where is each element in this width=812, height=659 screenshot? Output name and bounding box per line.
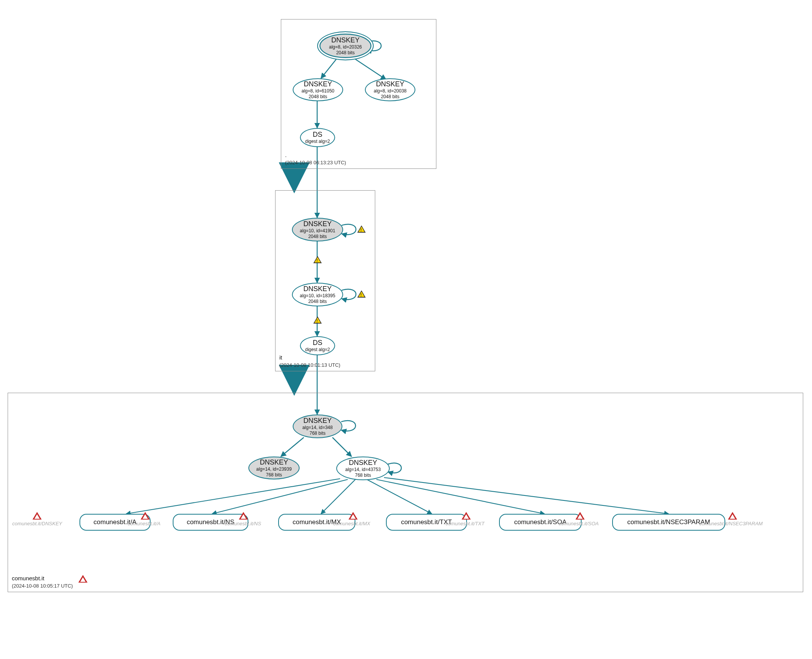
node-leaf-zsk1[interactable]: DNSKEY alg=14, id=23939 768 bits bbox=[248, 457, 300, 479]
node-sub2: 2048 bits bbox=[336, 50, 355, 55]
node-title: DNSKEY bbox=[349, 459, 377, 467]
node-title: DS bbox=[313, 131, 322, 139]
ghost-dnskey: comunesbt.it/DNSKEY bbox=[12, 521, 62, 526]
node-root-ksk[interactable]: DNSKEY alg=8, id=20326 2048 bits bbox=[317, 31, 374, 60]
node-sub2: 768 bits bbox=[355, 473, 371, 478]
node-it-ksk[interactable]: DNSKEY alg=10, id=41901 2048 bits bbox=[292, 218, 343, 241]
node-sub2: 2048 bits bbox=[309, 94, 327, 99]
node-sub1: alg=8, id=61050 bbox=[301, 88, 334, 94]
node-sub2: 2048 bits bbox=[308, 234, 327, 239]
node-title: DNSKEY bbox=[304, 80, 332, 88]
node-title: DNSKEY bbox=[376, 80, 404, 88]
node-title: DNSKEY bbox=[303, 417, 332, 425]
error-icon[interactable] bbox=[32, 512, 42, 520]
node-root-zsk1[interactable]: DNSKEY alg=8, id=61050 2048 bits bbox=[293, 78, 343, 101]
ghost-a: comunesbt.it/A bbox=[128, 521, 160, 526]
zone-it-timestamp: (2024-10-08 10:01:13 UTC) bbox=[279, 362, 340, 368]
ghost-soa: comunesbt.it/SOA bbox=[559, 521, 599, 526]
node-sub1: alg=14, id=23939 bbox=[256, 466, 292, 472]
node-sub1: alg=8, id=20038 bbox=[374, 88, 407, 94]
node-sub2: 2048 bits bbox=[308, 299, 327, 304]
zone-leaf-name: comunesbt.it bbox=[12, 575, 44, 581]
zone-root-label: . (2024-10-08 06:13:23 UTC) bbox=[285, 151, 346, 166]
error-icon[interactable] bbox=[575, 512, 585, 520]
error-icon[interactable] bbox=[462, 512, 471, 520]
node-sub1: alg=14, id=348 bbox=[302, 425, 332, 430]
error-icon[interactable] bbox=[728, 512, 737, 520]
node-sub1: digest alg=2 bbox=[305, 139, 330, 144]
error-icon[interactable] bbox=[348, 512, 358, 520]
node-it-ds[interactable]: DS digest alg=2 bbox=[300, 336, 335, 355]
node-title: DNSKEY bbox=[260, 458, 288, 466]
node-sub1: digest alg=2 bbox=[305, 347, 330, 352]
node-root-ds[interactable]: DS digest alg=2 bbox=[300, 128, 335, 147]
node-title: DNSKEY bbox=[303, 220, 332, 228]
node-sub2: 768 bits bbox=[310, 431, 326, 436]
ghost-ns: comunesbt.it/NS bbox=[225, 521, 261, 526]
ghost-nsec: comunesbt.it/NSEC3PARAM bbox=[699, 521, 763, 526]
zone-leaf-timestamp: (2024-10-08 10:05:17 UTC) bbox=[12, 583, 73, 589]
node-sub1: alg=10, id=18395 bbox=[300, 293, 335, 298]
error-icon[interactable] bbox=[78, 575, 88, 583]
zone-it-label: it (2024-10-08 10:01:13 UTC) bbox=[279, 354, 340, 369]
node-sub1: alg=14, id=43753 bbox=[345, 467, 381, 472]
node-it-zsk[interactable]: DNSKEY alg=10, id=18395 2048 bits bbox=[292, 283, 343, 306]
node-sub2: 2048 bits bbox=[381, 94, 400, 99]
zone-leaf: comunesbt.it (2024-10-08 10:05:17 UTC) bbox=[8, 393, 803, 592]
warning-icon[interactable]: ! bbox=[357, 290, 366, 298]
zone-it-name: it bbox=[279, 354, 282, 361]
node-root-zsk2[interactable]: DNSKEY alg=8, id=20038 2048 bits bbox=[365, 78, 415, 101]
node-leaf-ksk[interactable]: DNSKEY alg=14, id=348 768 bits bbox=[293, 415, 342, 438]
warning-icon[interactable]: ! bbox=[313, 256, 322, 263]
ghost-mx: comunesbt.it/MX bbox=[333, 521, 370, 526]
warning-icon[interactable]: ! bbox=[313, 316, 322, 324]
node-title: DS bbox=[313, 339, 322, 347]
node-leaf-zsk2[interactable]: DNSKEY alg=14, id=43753 768 bits bbox=[336, 457, 390, 480]
node-title: DNSKEY bbox=[331, 36, 360, 44]
error-icon[interactable] bbox=[239, 512, 248, 520]
node-sub1: alg=8, id=20326 bbox=[329, 44, 362, 50]
ghost-txt: comunesbt.it/TXT bbox=[446, 521, 485, 526]
zone-leaf-label: comunesbt.it (2024-10-08 10:05:17 UTC) bbox=[12, 575, 73, 589]
zone-root-timestamp: (2024-10-08 06:13:23 UTC) bbox=[285, 160, 346, 165]
node-sub2: 768 bits bbox=[266, 472, 282, 478]
node-title: DNSKEY bbox=[303, 285, 332, 293]
error-icon[interactable] bbox=[141, 512, 150, 520]
node-sub1: alg=10, id=41901 bbox=[300, 228, 335, 233]
warning-icon[interactable]: ! bbox=[357, 225, 366, 233]
zone-root-name: . bbox=[285, 152, 287, 158]
